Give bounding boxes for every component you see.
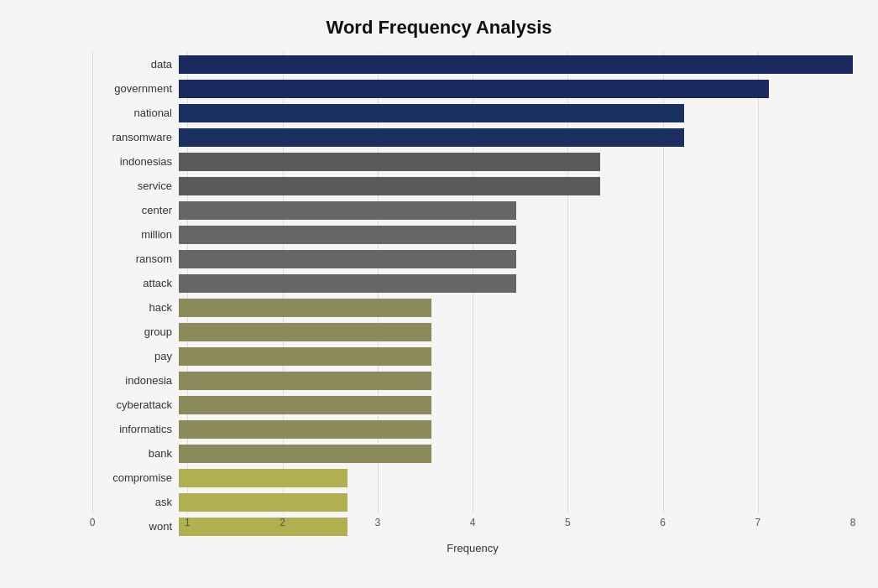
bar-label: cyberattack bbox=[92, 398, 172, 411]
bar-label: center bbox=[92, 204, 172, 216]
bar-row: informatics bbox=[92, 417, 853, 441]
bar-row: indonesia bbox=[92, 368, 853, 393]
bar-row: government bbox=[92, 76, 853, 101]
bar-row: attack bbox=[92, 271, 853, 295]
x-tick: 8 bbox=[850, 517, 856, 528]
bar-label: ask bbox=[92, 496, 172, 508]
bar-fill bbox=[179, 128, 684, 147]
bar-row: ask bbox=[92, 490, 853, 514]
bar-fill bbox=[179, 201, 516, 220]
bar-fill bbox=[179, 396, 431, 414]
bar-fill bbox=[179, 347, 431, 366]
bar-label: pay bbox=[92, 350, 172, 362]
x-tick: 4 bbox=[470, 517, 476, 528]
bar-label: compromise bbox=[92, 471, 172, 484]
bar-fill bbox=[179, 104, 684, 122]
bar-label: informatics bbox=[92, 423, 172, 435]
bar-fill bbox=[179, 177, 600, 195]
bar-label: government bbox=[92, 82, 172, 95]
bar-label: ransomware bbox=[92, 131, 172, 143]
bar-fill bbox=[179, 445, 431, 463]
bar-label: hack bbox=[92, 301, 172, 314]
x-tick: 5 bbox=[565, 517, 571, 528]
bar-row: data bbox=[92, 52, 853, 76]
chart-title: Word Frequency Analysis bbox=[25, 17, 853, 39]
bar-label: bank bbox=[92, 447, 172, 460]
bar-label: service bbox=[92, 180, 172, 192]
bar-fill bbox=[179, 55, 853, 74]
bar-label: ransom bbox=[92, 252, 172, 265]
bar-row: group bbox=[92, 320, 853, 344]
bar-label: million bbox=[92, 228, 172, 241]
bar-row: compromise bbox=[92, 466, 853, 490]
bar-row: national bbox=[92, 101, 853, 125]
bar-fill bbox=[179, 493, 348, 512]
bar-label: indonesias bbox=[92, 155, 172, 168]
bar-label: indonesia bbox=[92, 374, 172, 387]
x-tick: 6 bbox=[660, 517, 666, 528]
bar-row: hack bbox=[92, 295, 853, 320]
x-tick: 3 bbox=[374, 517, 380, 528]
x-tick: 2 bbox=[280, 517, 285, 528]
bar-row: cyberattack bbox=[92, 393, 853, 417]
bar-fill bbox=[179, 469, 348, 487]
bar-fill bbox=[179, 80, 769, 98]
bar-row: million bbox=[92, 222, 853, 247]
x-tick: 0 bbox=[90, 517, 96, 528]
bar-row: bank bbox=[92, 441, 853, 466]
x-tick: 1 bbox=[185, 517, 191, 528]
bar-fill bbox=[179, 372, 431, 390]
bar-fill bbox=[179, 420, 431, 439]
bar-fill bbox=[179, 299, 431, 317]
bar-fill bbox=[179, 226, 516, 244]
bar-row: service bbox=[92, 174, 853, 198]
x-axis-label: Frequency bbox=[92, 542, 853, 554]
bar-fill bbox=[179, 153, 600, 171]
bar-row: ransom bbox=[92, 247, 853, 271]
bar-fill bbox=[179, 323, 431, 341]
bar-row: pay bbox=[92, 344, 853, 368]
bar-fill bbox=[179, 250, 516, 268]
bar-row: ransomware bbox=[92, 125, 853, 149]
bar-label: national bbox=[92, 107, 172, 119]
bar-label: attack bbox=[92, 277, 172, 289]
bar-label: group bbox=[92, 325, 172, 338]
x-tick: 7 bbox=[755, 517, 760, 528]
bar-row: indonesias bbox=[92, 149, 853, 174]
bar-label: data bbox=[92, 58, 172, 70]
bar-row: center bbox=[92, 198, 853, 222]
bar-fill bbox=[179, 274, 516, 293]
chart-container: Word Frequency Analysis datagovernmentna… bbox=[0, 0, 878, 588]
